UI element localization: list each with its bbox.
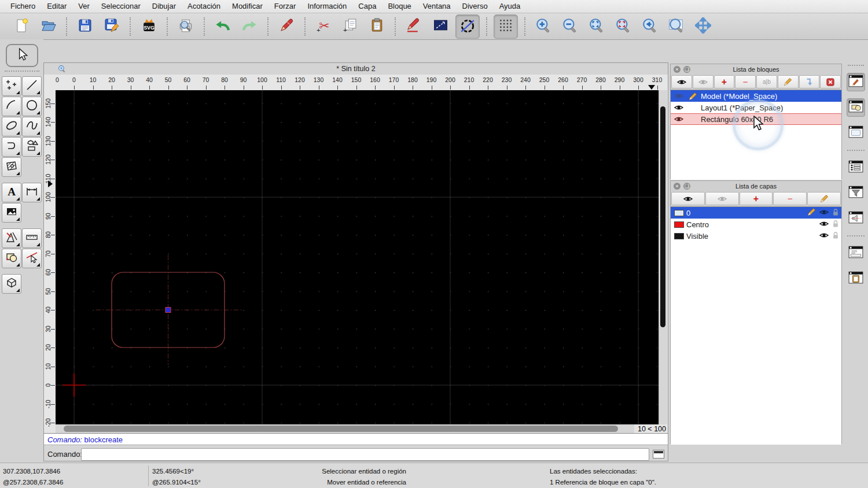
blocks-eye-gray-button[interactable]	[693, 75, 713, 88]
tool-arc-button[interactable]	[2, 97, 21, 116]
close-icon[interactable]: ×	[674, 66, 681, 73]
blocks-insert-arrow-button[interactable]	[799, 75, 820, 88]
menu-bloque[interactable]: Bloque	[382, 0, 417, 13]
select-window-button[interactable]	[429, 15, 452, 38]
select-tool-button[interactable]	[6, 44, 38, 67]
horizontal-scrollbar-thumb[interactable]	[64, 426, 618, 432]
erase-button[interactable]	[275, 15, 298, 38]
layers-plus-button[interactable]: +	[740, 192, 773, 205]
menu-ventana[interactable]: Ventana	[417, 0, 457, 13]
menu-forzar[interactable]: Forzar	[269, 0, 302, 13]
drawing-canvas[interactable]	[56, 90, 659, 424]
eye-icon[interactable]	[673, 103, 685, 112]
layers-eye-gray-button[interactable]	[705, 192, 739, 205]
save-as-button[interactable]	[100, 15, 123, 38]
blocks-eye-button[interactable]	[671, 75, 692, 88]
tool-text-button[interactable]: A	[2, 183, 21, 202]
pencil-icon[interactable]	[807, 208, 816, 218]
lock-gray-icon[interactable]	[832, 220, 839, 230]
menu-editar[interactable]: Editar	[41, 0, 72, 13]
menu-acotacion[interactable]: Acotación	[182, 0, 226, 13]
zoom-out-button[interactable]	[558, 15, 582, 38]
layer-color-swatch[interactable]	[674, 210, 684, 216]
zoom-previous-button[interactable]	[638, 15, 661, 38]
new-file-button[interactable]	[10, 15, 33, 38]
undo-button[interactable]	[211, 15, 234, 38]
win-pen-button[interactable]	[847, 73, 865, 91]
copy-button[interactable]: +	[339, 15, 362, 38]
lock-blue-icon[interactable]	[832, 208, 839, 218]
layer-color-swatch[interactable]	[674, 221, 684, 228]
layer-item[interactable]: Visible	[671, 230, 841, 242]
float-icon[interactable]: ❏	[683, 66, 690, 73]
menu-dibujar[interactable]: Dibujar	[146, 0, 182, 13]
block-item[interactable]: Rectángulo 60x40 R6	[671, 113, 841, 125]
save-button[interactable]	[73, 15, 97, 38]
tool-block-button[interactable]	[2, 249, 21, 268]
tool-ellipse-button[interactable]	[2, 117, 21, 136]
zoom-in-button[interactable]	[532, 15, 555, 38]
draft-mode-button[interactable]	[455, 14, 480, 39]
win-blank-button[interactable]	[847, 124, 865, 142]
tool-image-button[interactable]	[2, 203, 21, 223]
window-title-bar[interactable]: * Sin título 2	[44, 63, 668, 75]
eye-white-icon[interactable]	[819, 208, 829, 219]
svg-export-button[interactable]: SVG	[137, 15, 160, 38]
tool-circle-button[interactable]	[22, 97, 42, 116]
menu-capa[interactable]: Capa	[352, 0, 382, 13]
win-clipboard-button[interactable]	[847, 269, 865, 288]
command-detach-button[interactable]	[653, 450, 664, 459]
blocks-plus-button[interactable]: +	[714, 75, 735, 88]
menu-seleccionar[interactable]: Seleccionar	[95, 0, 146, 13]
float-icon[interactable]: ❏	[683, 183, 690, 190]
eye-icon[interactable]	[819, 219, 829, 230]
tool-measure-button[interactable]	[22, 228, 42, 248]
menu-ver[interactable]: Ver	[72, 0, 95, 13]
tool-cube-button[interactable]	[2, 274, 21, 294]
menu-modificar[interactable]: Modificar	[226, 0, 269, 13]
win-sound-button[interactable]	[847, 209, 865, 228]
block-item[interactable]: Layout1 (*Paper_Space)	[671, 102, 841, 113]
layer-item[interactable]: 0	[671, 207, 841, 219]
tool-line-button[interactable]	[22, 76, 42, 96]
tool-dimension-button[interactable]	[22, 183, 42, 202]
win-blocks-button[interactable]	[847, 98, 865, 117]
menu-informacion[interactable]: Información	[301, 0, 352, 13]
blocks-minus-button[interactable]: −	[735, 75, 756, 88]
blocks-pencil-button[interactable]	[778, 75, 799, 88]
open-file-button[interactable]	[36, 15, 60, 38]
win-command-button[interactable]	[847, 244, 865, 263]
zoom-auto-button[interactable]	[585, 15, 608, 38]
menu-fichero[interactable]: Fichero	[5, 0, 41, 13]
pencil-icon[interactable]	[687, 92, 698, 101]
tool-polygon-button[interactable]	[22, 137, 42, 157]
layer-item[interactable]: Centro	[671, 219, 841, 230]
tool-select-entity-button[interactable]	[22, 249, 42, 268]
lock-gray-icon[interactable]	[832, 231, 839, 241]
eye-icon[interactable]	[819, 231, 829, 242]
layers-pencil-button[interactable]	[807, 192, 841, 205]
tool-spline-button[interactable]	[22, 117, 42, 136]
tool-hatch-button[interactable]	[2, 157, 21, 177]
print-preview-button[interactable]	[174, 15, 197, 38]
blocks-ab-button[interactable]: a|b	[756, 75, 777, 88]
vertical-scrollbar[interactable]	[659, 90, 667, 424]
block-item[interactable]: Model (*Model_Space)	[671, 90, 841, 102]
zoom-selected-button[interactable]	[612, 15, 635, 38]
horizontal-scrollbar[interactable]	[56, 424, 634, 433]
eye-dim-icon[interactable]	[673, 91, 685, 101]
menu-diverso[interactable]: Diverso	[457, 0, 494, 13]
paste-button[interactable]	[365, 15, 388, 38]
win-filter-button[interactable]	[847, 184, 865, 202]
eye-dark-icon[interactable]	[673, 114, 685, 124]
zoom-pan-button[interactable]	[692, 15, 715, 38]
pen-edit-button[interactable]	[402, 15, 425, 38]
tool-polyline-button[interactable]	[2, 137, 21, 157]
grid-toggle-button[interactable]	[494, 14, 518, 39]
cut-button[interactable]: ✂+	[312, 15, 335, 38]
redo-button[interactable]	[238, 15, 261, 38]
close-icon[interactable]: ×	[674, 183, 681, 190]
command-input[interactable]	[81, 448, 649, 461]
menu-ayuda[interactable]: Ayuda	[494, 0, 527, 13]
layers-minus-button[interactable]: −	[773, 192, 807, 205]
